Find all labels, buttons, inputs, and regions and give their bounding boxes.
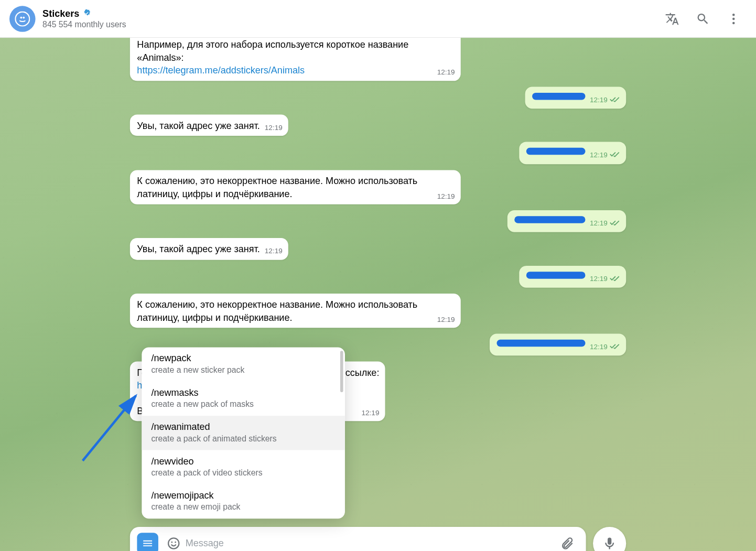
redacted-text: [526, 272, 585, 279]
message-text: К сожалению, это некорректное название. …: [137, 299, 417, 322]
annotation-arrow: [77, 384, 147, 467]
menu-icon: [142, 537, 154, 549]
chat-avatar[interactable]: [9, 6, 36, 32]
read-ticks-icon: [610, 274, 620, 282]
search-icon: [696, 12, 710, 26]
bot-menu-button[interactable]: [137, 533, 158, 551]
redacted-text: [496, 340, 585, 347]
suggestion-item[interactable]: /newmaskscreate a new pack of masks: [142, 382, 345, 416]
outgoing-message[interactable]: 12:19: [490, 333, 627, 355]
suggestion-command: /newmasks: [151, 387, 335, 398]
incoming-message[interactable]: Увы, такой адрес уже занят.12:19: [130, 115, 288, 136]
translate-button[interactable]: [659, 6, 685, 32]
svg-point-4: [732, 17, 735, 20]
more-vertical-icon: [727, 12, 741, 26]
suggestion-description: create a new emoji pack: [151, 502, 335, 512]
message-input[interactable]: [186, 538, 555, 548]
suggestion-description: create a pack of animated stickers: [151, 434, 335, 443]
message-time: 12:19: [590, 95, 620, 104]
message-time: 12:19: [362, 408, 380, 418]
read-ticks-icon: [610, 219, 620, 226]
smile-icon: [167, 536, 181, 550]
svg-point-3: [732, 13, 735, 16]
message-time: 12:19: [437, 191, 455, 200]
suggestion-description: create a pack of video stickers: [151, 468, 335, 477]
svg-line-6: [83, 396, 136, 461]
message-time: 12:19: [437, 315, 455, 324]
chat-title: Stickers: [42, 8, 659, 19]
read-ticks-icon: [610, 342, 620, 350]
outgoing-message[interactable]: 12:19: [519, 265, 626, 287]
message-text: Увы, такой адрес уже занят.: [137, 244, 260, 254]
chat-header: Stickers 845 554 monthly users: [0, 0, 756, 38]
redacted-text: [532, 92, 585, 100]
search-button[interactable]: [690, 6, 716, 32]
command-suggestions-popup: /newpackcreate a new sticker pack/newmas…: [142, 347, 345, 518]
svg-point-5: [732, 21, 735, 24]
suggestion-command: /newanimated: [151, 422, 335, 432]
message-text: К сожалению, это некорректное название. …: [137, 176, 417, 199]
incoming-message[interactable]: Увы, такой адрес уже занят.12:19: [130, 238, 288, 260]
message-link[interactable]: https://telegram.me/addstickers/Animals: [137, 65, 305, 75]
suggestion-item[interactable]: /newemojipackcreate a new emoji pack: [142, 484, 345, 518]
outgoing-message[interactable]: 12:19: [525, 87, 626, 109]
chat-area: подписчиками.Например, для этого набора …: [0, 38, 756, 551]
redacted-text: [514, 216, 585, 223]
message-text: Например, для этого набора используется …: [137, 40, 408, 62]
svg-point-0: [15, 12, 29, 26]
suggestion-command: /newemojipack: [151, 490, 335, 501]
app-root: Stickers 845 554 monthly users подписчик…: [0, 0, 756, 551]
more-button[interactable]: [720, 6, 747, 32]
message-time: 12:19: [590, 150, 620, 160]
outgoing-message[interactable]: 12:19: [507, 210, 626, 232]
message-time: 12:19: [437, 68, 455, 77]
chat-title-text: Stickers: [42, 8, 79, 19]
sticker-bot-icon: [15, 11, 30, 26]
message-time: 12:19: [590, 342, 620, 351]
chat-subtitle: 845 554 monthly users: [42, 19, 659, 29]
microphone-icon: [602, 536, 617, 551]
emoji-button[interactable]: [162, 532, 186, 551]
svg-point-9: [175, 542, 176, 543]
read-ticks-icon: [610, 151, 620, 158]
suggestion-item[interactable]: /newvideocreate a pack of video stickers: [142, 450, 345, 484]
message-time: 12:19: [265, 246, 283, 256]
message-time: 12:19: [265, 123, 283, 133]
message-composer: [130, 527, 586, 551]
attach-button[interactable]: [555, 532, 579, 551]
composer-row: [0, 527, 756, 551]
redacted-text: [526, 148, 585, 155]
incoming-message[interactable]: подписчиками.Например, для этого набора …: [130, 38, 461, 81]
outgoing-message[interactable]: 12:19: [519, 142, 626, 164]
suggestion-item[interactable]: /newanimatedcreate a pack of animated st…: [142, 416, 345, 450]
incoming-message[interactable]: К сожалению, это некорректное название. …: [130, 170, 461, 204]
suggestion-command: /newvideo: [151, 456, 335, 467]
suggestion-description: create a new sticker pack: [151, 365, 335, 374]
svg-point-2: [23, 16, 25, 18]
suggestion-item[interactable]: /newpackcreate a new sticker pack: [142, 347, 345, 381]
read-ticks-icon: [610, 95, 620, 103]
voice-message-button[interactable]: [593, 527, 626, 551]
suggestions-scrollbar[interactable]: [340, 351, 343, 392]
incoming-message[interactable]: К сожалению, это некорректное название. …: [130, 294, 461, 328]
header-actions: [659, 6, 747, 32]
svg-point-1: [20, 16, 22, 18]
message-time: 12:19: [590, 274, 620, 283]
chat-header-titles[interactable]: Stickers 845 554 monthly users: [42, 8, 659, 29]
svg-point-8: [171, 542, 172, 543]
svg-point-7: [168, 538, 179, 548]
suggestion-description: create a new pack of masks: [151, 399, 335, 409]
translate-icon: [665, 12, 679, 26]
suggestion-command: /newpack: [151, 353, 335, 364]
message-text: Увы, такой адрес уже занят.: [137, 121, 260, 131]
message-time: 12:19: [590, 219, 620, 228]
verified-badge-icon: [82, 8, 92, 19]
messages-list[interactable]: подписчиками.Например, для этого набора …: [0, 38, 756, 551]
paperclip-icon: [560, 536, 574, 550]
